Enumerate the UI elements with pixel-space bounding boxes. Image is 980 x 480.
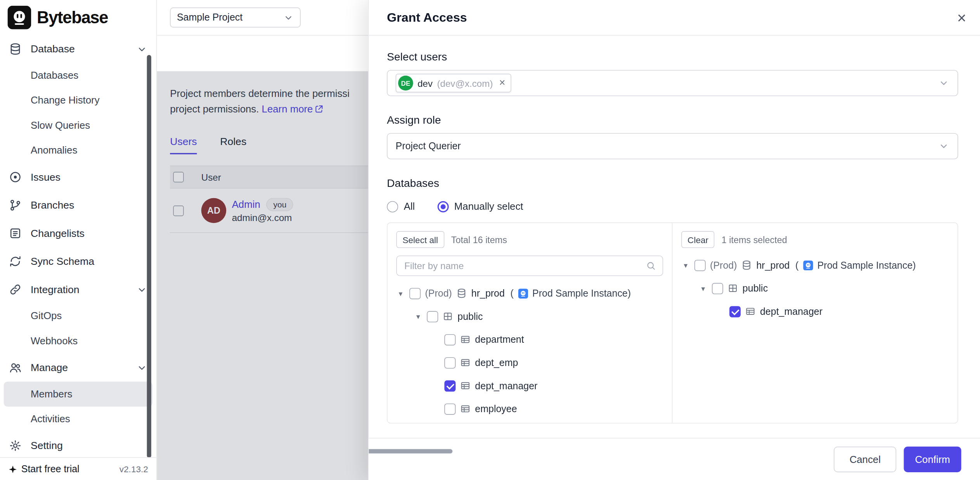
schema-icon xyxy=(727,283,738,294)
avatar: DE xyxy=(398,76,413,91)
sidebar-item-sync-schema[interactable]: Sync Schema xyxy=(0,247,156,275)
modal-header: Grant Access × xyxy=(369,0,980,36)
tree-row-table: department xyxy=(396,328,663,351)
database-icon xyxy=(741,260,752,270)
tree-checkbox[interactable] xyxy=(712,283,723,294)
sidebar-item-issues[interactable]: Issues xyxy=(0,163,156,191)
sidebar-item-activities[interactable]: Activities xyxy=(0,407,156,432)
tree-checkbox-checked[interactable] xyxy=(444,380,455,391)
source-tree: ▾ (Prod) hr_prod ( Prod Sample Instance)… xyxy=(396,282,663,421)
tree-row-table: employee xyxy=(396,397,663,421)
caret-down-icon[interactable]: ▾ xyxy=(414,312,422,321)
close-icon[interactable]: × xyxy=(957,10,966,25)
tree-row-database: ▾ (Prod) hr_prod ( Prod Sample Instance) xyxy=(396,282,663,305)
bytebase-instance-icon xyxy=(803,260,813,270)
databases-label: Databases xyxy=(387,177,958,190)
tree-checkbox-checked[interactable] xyxy=(729,306,741,317)
sidebar-item-changelists[interactable]: Changelists xyxy=(0,219,156,247)
brand-name: Bytebase xyxy=(37,8,108,27)
sidebar-item-change-history[interactable]: Change History xyxy=(0,88,156,113)
filter-input-wrap xyxy=(396,256,663,276)
radio-all[interactable]: All xyxy=(387,201,415,212)
select-users-label: Select users xyxy=(387,50,958,64)
app-window: Bytebase Database Databases Change Histo… xyxy=(0,0,980,480)
total-items-label: Total 16 items xyxy=(451,235,507,245)
sidebar-item-members[interactable]: Members xyxy=(4,382,152,406)
modal-body: Select users DE dev (dev@x.com) × Assign… xyxy=(369,36,980,438)
caret-down-icon[interactable]: ▾ xyxy=(699,284,708,293)
integration-icon xyxy=(9,283,22,296)
tree-row-schema: ▾ public xyxy=(396,305,663,328)
screenshot-root: Bytebase Database Databases Change Histo… xyxy=(0,0,980,480)
remove-user-icon[interactable]: × xyxy=(499,77,506,89)
tree-checkbox[interactable] xyxy=(694,259,706,271)
sidebar-scrollbar[interactable] xyxy=(147,55,151,458)
horizontal-scrollbar[interactable] xyxy=(369,449,452,453)
selected-items-label: 1 items selected xyxy=(722,235,787,245)
database-icon xyxy=(456,288,467,299)
select-all-button[interactable]: Select all xyxy=(396,231,444,248)
branch-icon xyxy=(9,199,22,212)
chevron-down-icon xyxy=(938,78,949,89)
confirm-button[interactable]: Confirm xyxy=(904,447,961,472)
cancel-button[interactable]: Cancel xyxy=(834,447,896,472)
sidebar-item-integration[interactable]: Integration xyxy=(0,275,156,303)
settings-gear-icon xyxy=(9,439,22,452)
sidebar-item-databases[interactable]: Databases xyxy=(0,63,156,88)
app-version: v2.13.2 xyxy=(119,464,148,474)
sidebar-item-manage[interactable]: Manage xyxy=(0,354,156,382)
caret-down-icon[interactable]: ▾ xyxy=(681,261,690,270)
tree-checkbox[interactable] xyxy=(444,403,455,414)
database-transfer-panel: Select all Total 16 items ▾ (Prod) xyxy=(387,223,958,424)
sidebar-item-slow-queries[interactable]: Slow Queries xyxy=(0,113,156,138)
sidebar-footer: Start free trial v2.13.2 xyxy=(0,457,156,480)
table-icon xyxy=(460,404,471,414)
sidebar-nav: Database Databases Change History Slow Q… xyxy=(0,34,156,460)
tree-row-table: dept_emp xyxy=(396,351,663,374)
modal-title: Grant Access xyxy=(387,10,467,25)
sidebar-item-webhooks[interactable]: Webhooks xyxy=(0,328,156,353)
issues-icon xyxy=(9,171,22,184)
users-multiselect[interactable]: DE dev (dev@x.com) × xyxy=(387,70,958,96)
modal-footer: Cancel Confirm xyxy=(369,438,980,480)
tree-row-database: ▾ (Prod) hr_prod ( Prod Sample Instance) xyxy=(681,254,949,277)
manage-users-icon xyxy=(9,361,22,374)
project-select[interactable]: Sample Project xyxy=(170,7,301,28)
table-icon xyxy=(460,357,471,368)
database-icon xyxy=(9,43,22,56)
sync-icon xyxy=(9,255,22,268)
chevron-down-icon xyxy=(283,12,294,22)
brand-logo-row[interactable]: Bytebase xyxy=(0,0,156,34)
sidebar-item-database[interactable]: Database xyxy=(0,35,156,63)
tree-row-table: dept_manager xyxy=(681,300,949,323)
caret-down-icon[interactable]: ▾ xyxy=(396,289,405,298)
search-icon xyxy=(646,261,656,271)
sidebar-item-gitops[interactable]: GitOps xyxy=(0,304,156,328)
chevron-down-icon xyxy=(136,284,147,295)
grant-access-modal: Grant Access × Select users DE dev (dev@… xyxy=(368,0,980,480)
bytebase-logo-icon xyxy=(7,5,31,29)
chevron-down-icon xyxy=(136,43,147,55)
schema-icon xyxy=(443,311,453,321)
tree-checkbox[interactable] xyxy=(444,334,455,345)
changelist-icon xyxy=(9,227,22,240)
chevron-down-icon xyxy=(938,140,949,152)
radio-manually-select[interactable]: Manually select xyxy=(437,201,523,212)
tree-checkbox[interactable] xyxy=(409,288,421,299)
tree-checkbox[interactable] xyxy=(427,311,438,322)
selected-tree: ▾ (Prod) hr_prod ( Prod Sample Instance)… xyxy=(681,254,949,323)
filter-input[interactable] xyxy=(403,260,646,272)
sidebar-item-branches[interactable]: Branches xyxy=(0,191,156,219)
role-select[interactable]: Project Querier xyxy=(387,133,958,159)
radio-selected-icon xyxy=(437,201,448,212)
start-free-trial-link[interactable]: Start free trial xyxy=(8,463,80,475)
tree-checkbox[interactable] xyxy=(444,357,455,368)
sidebar-item-anomalies[interactable]: Anomalies xyxy=(0,138,156,163)
sidebar-item-setting[interactable]: Setting xyxy=(0,432,156,459)
selected-user-chip: DE dev (dev@x.com) × xyxy=(396,74,511,92)
table-icon xyxy=(460,380,471,391)
tree-row-table: dept_manager xyxy=(396,374,663,397)
source-panel: Select all Total 16 items ▾ (Prod) xyxy=(388,223,673,423)
bytebase-instance-icon xyxy=(518,288,528,298)
clear-button[interactable]: Clear xyxy=(681,231,715,248)
